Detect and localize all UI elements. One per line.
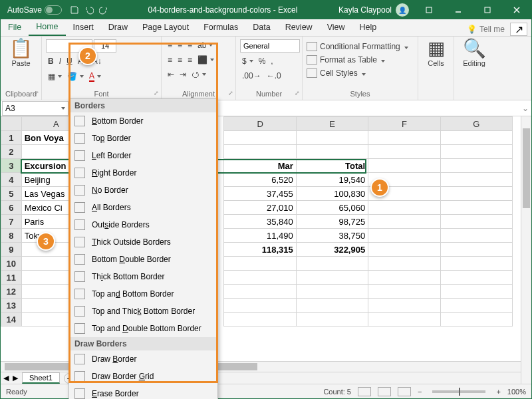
tab-home[interactable]: Home bbox=[29, 19, 65, 36]
minimize-button[interactable] bbox=[444, 1, 473, 19]
editing-button[interactable]: 🔍 Editing bbox=[459, 39, 489, 67]
cell[interactable] bbox=[368, 285, 440, 299]
cell[interactable] bbox=[224, 145, 296, 159]
align-middle-button[interactable]: ≡ bbox=[176, 39, 184, 51]
menu-item[interactable]: Thick Bottom Border bbox=[69, 268, 217, 285]
column-header[interactable]: F bbox=[368, 117, 440, 131]
cell[interactable]: Mar bbox=[224, 159, 296, 173]
redo-icon[interactable] bbox=[99, 5, 108, 15]
row-header[interactable]: 2 bbox=[1, 145, 22, 159]
row-header[interactable]: 12 bbox=[1, 285, 22, 299]
sheet-nav-next-icon[interactable]: ▶ bbox=[13, 374, 18, 382]
align-bottom-button[interactable]: ≡ bbox=[186, 39, 194, 51]
cell[interactable]: 6,520 bbox=[224, 173, 296, 187]
cell[interactable] bbox=[440, 201, 512, 215]
zoom-in-button[interactable]: + bbox=[496, 388, 500, 396]
cells-button[interactable]: ▦ Cells bbox=[422, 39, 450, 67]
expand-formula-bar-icon[interactable]: ⌄ bbox=[519, 104, 531, 113]
cell[interactable]: 118,315 bbox=[224, 243, 296, 257]
normal-view-icon[interactable] bbox=[358, 387, 371, 396]
cell[interactable] bbox=[440, 187, 512, 201]
bold-button[interactable]: B bbox=[46, 55, 56, 67]
menu-item[interactable]: Thick Outside Borders bbox=[69, 233, 217, 251]
tab-file[interactable]: File bbox=[1, 19, 29, 36]
increase-indent-button[interactable]: ⇥ bbox=[178, 68, 188, 80]
row-header[interactable]: 1 bbox=[1, 131, 22, 145]
cell[interactable] bbox=[368, 299, 440, 313]
column-header[interactable]: D bbox=[224, 117, 296, 131]
dialog-launcher-icon[interactable]: ⤢ bbox=[228, 90, 233, 96]
autosave-toggle[interactable]: AutoSave bbox=[1, 5, 66, 15]
menu-item[interactable]: Right Border bbox=[69, 164, 217, 182]
menu-item[interactable]: Top Border bbox=[69, 130, 217, 147]
number-format-input[interactable] bbox=[240, 39, 300, 53]
cell[interactable]: 65,060 bbox=[296, 201, 368, 215]
cell[interactable] bbox=[440, 271, 512, 285]
cell[interactable] bbox=[224, 299, 296, 313]
tab-help[interactable]: Help bbox=[352, 19, 384, 36]
cell[interactable]: 98,725 bbox=[296, 215, 368, 229]
cell[interactable] bbox=[440, 145, 512, 159]
column-header[interactable]: E bbox=[296, 117, 368, 131]
cell[interactable] bbox=[296, 271, 368, 285]
align-right-button[interactable]: ≡ bbox=[186, 54, 194, 66]
cell[interactable] bbox=[368, 243, 440, 257]
row-header[interactable]: 13 bbox=[1, 299, 22, 313]
name-box[interactable]: A3 bbox=[2, 101, 68, 116]
dialog-launcher-icon[interactable]: ⤢ bbox=[154, 90, 159, 96]
row-header[interactable]: 6 bbox=[1, 201, 22, 215]
menu-item[interactable]: Draw Border Grid bbox=[69, 368, 217, 385]
cell[interactable] bbox=[368, 313, 440, 327]
cell[interactable]: 35,840 bbox=[224, 215, 296, 229]
cell[interactable] bbox=[224, 257, 296, 271]
cell[interactable]: 11,490 bbox=[224, 229, 296, 243]
cell[interactable] bbox=[296, 145, 368, 159]
dialog-launcher-icon[interactable]: ⤢ bbox=[34, 90, 39, 96]
cell[interactable] bbox=[224, 131, 296, 145]
close-button[interactable] bbox=[502, 1, 531, 19]
cell[interactable] bbox=[368, 201, 440, 215]
page-layout-view-icon[interactable] bbox=[378, 387, 391, 396]
row-header[interactable]: 10 bbox=[1, 257, 22, 271]
row-header[interactable]: 4 bbox=[1, 173, 22, 187]
tab-review[interactable]: Review bbox=[278, 19, 320, 36]
cell[interactable] bbox=[368, 145, 440, 159]
font-color-button[interactable]: A bbox=[87, 70, 103, 83]
undo-icon[interactable] bbox=[84, 5, 94, 15]
font-size-input[interactable] bbox=[94, 39, 116, 53]
tab-page-layout[interactable]: Page Layout bbox=[135, 19, 196, 36]
menu-item[interactable]: Bottom Double Border bbox=[69, 251, 217, 268]
menu-item[interactable]: Erase Border bbox=[69, 385, 217, 399]
cell[interactable]: Total bbox=[296, 159, 368, 173]
cell[interactable] bbox=[440, 243, 512, 257]
cell[interactable] bbox=[224, 313, 296, 327]
cell[interactable] bbox=[440, 173, 512, 187]
cell[interactable] bbox=[296, 285, 368, 299]
cell[interactable] bbox=[440, 299, 512, 313]
row-header[interactable]: 7 bbox=[1, 215, 22, 229]
user-account[interactable]: Kayla Claypool 👤 bbox=[333, 3, 414, 17]
row-header[interactable]: 5 bbox=[1, 187, 22, 201]
cell[interactable] bbox=[440, 285, 512, 299]
align-top-button[interactable]: ≡ bbox=[166, 39, 174, 51]
row-header[interactable]: 8 bbox=[1, 229, 22, 243]
tab-formulas[interactable]: Formulas bbox=[196, 19, 245, 36]
format-as-table-button[interactable]: Format as Table bbox=[307, 55, 385, 65]
vertical-scrollbar[interactable] bbox=[521, 116, 531, 384]
tab-draw[interactable]: Draw bbox=[101, 19, 135, 36]
maximize-button[interactable] bbox=[473, 1, 502, 19]
tab-data[interactable]: Data bbox=[245, 19, 277, 36]
paste-button[interactable]: 📋 Paste bbox=[6, 39, 37, 67]
cell[interactable]: 322,905 bbox=[296, 243, 368, 257]
cell-styles-button[interactable]: Cell Styles bbox=[307, 68, 366, 78]
cell[interactable]: 38,750 bbox=[296, 229, 368, 243]
orientation-button[interactable]: ⭯ bbox=[190, 68, 208, 80]
percent-button[interactable]: % bbox=[257, 55, 268, 67]
wrap-text-button[interactable]: ab bbox=[196, 39, 215, 51]
cell[interactable] bbox=[368, 257, 440, 271]
cell[interactable] bbox=[224, 285, 296, 299]
sheet-tab[interactable]: Sheet1 bbox=[22, 372, 60, 384]
decrease-indent-button[interactable]: ⇤ bbox=[166, 68, 176, 80]
menu-item[interactable]: Outside Borders bbox=[69, 216, 217, 233]
cell[interactable]: 100,830 bbox=[296, 187, 368, 201]
